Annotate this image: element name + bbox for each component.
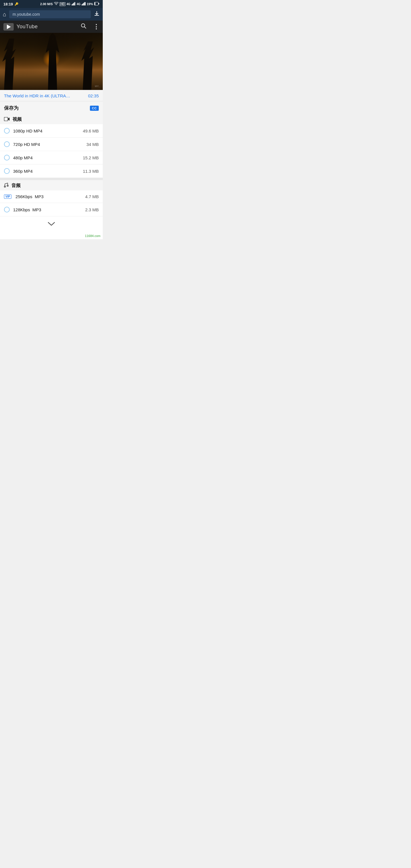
home-icon[interactable]: ⌂ (3, 11, 6, 18)
url-input[interactable] (9, 10, 91, 18)
video-section-icon (4, 117, 10, 122)
save-as-label: 保存为 (4, 105, 19, 111)
audio-formats-list: VIP 256Kbps MP3 4.7 MB 128Kbps MP3 2.3 M… (0, 190, 103, 216)
footer-watermark: 11684.com (0, 232, 103, 239)
youtube-logo[interactable] (3, 23, 14, 31)
format-item-256k[interactable]: VIP 256Kbps MP3 4.7 MB (0, 190, 103, 203)
radio-480p[interactable] (4, 155, 10, 160)
status-right: 2.00 M/S HD 4G 4G (40, 2, 99, 6)
format-item-360p[interactable]: 360p MP4 11.3 MB (0, 164, 103, 178)
svg-rect-4 (75, 2, 76, 6)
svg-rect-11 (95, 3, 96, 5)
browser-download-icon[interactable] (94, 10, 100, 18)
footer-text: 11684.com (85, 234, 100, 238)
svg-rect-6 (83, 4, 83, 6)
video-watermark: MY... (95, 85, 100, 88)
bottom-chevron-row (0, 216, 103, 232)
svg-rect-7 (83, 3, 84, 5)
status-time: 18:19 (3, 2, 13, 6)
audio-section-label: 音频 (11, 183, 21, 189)
format-item-720p[interactable]: 720p HD MP4 34 MB (0, 137, 103, 151)
audio-section-header: 音频 (0, 180, 103, 190)
save-as-row: 保存为 CC (0, 101, 103, 114)
svg-rect-8 (84, 2, 85, 6)
youtube-header: YouTube ⋮ (0, 21, 103, 33)
format-size-480p: 15.2 MB (83, 155, 99, 160)
svg-rect-0 (72, 4, 72, 5)
format-name-720p: 720p HD MP4 (13, 142, 40, 147)
youtube-search-icon[interactable] (81, 23, 87, 31)
status-left: 18:19 🔑 (3, 2, 19, 6)
radio-360p[interactable] (4, 168, 10, 174)
format-left-128k: 128Kbps MP3 (4, 207, 41, 212)
format-size-1080p: 49.6 MB (83, 128, 99, 133)
format-name-360p: 360p MP4 (13, 169, 33, 174)
format-left-480p: 480p MP4 (4, 155, 33, 160)
format-name-480p: 480p MP4 (13, 155, 33, 160)
format-left-360p: 360p MP4 (4, 168, 33, 174)
format-item-480p[interactable]: 480p MP4 15.2 MB (0, 151, 103, 164)
youtube-more-icon[interactable]: ⋮ (93, 23, 99, 31)
cc-badge[interactable]: CC (90, 106, 99, 111)
chevron-down-icon[interactable] (48, 220, 55, 228)
video-section-header: 视频 (0, 114, 103, 124)
wifi-icon (54, 2, 59, 6)
svg-rect-12 (98, 3, 99, 5)
video-title: The World in HDR in 4K (ULTRA… (4, 93, 85, 98)
radio-128k[interactable] (4, 207, 10, 212)
vip-badge: VIP (4, 194, 11, 199)
svg-rect-3 (74, 2, 75, 6)
youtube-play-icon (7, 25, 11, 29)
battery-level: 19% (87, 2, 93, 6)
video-duration: 02:35 (88, 93, 99, 98)
format-name-256k: 256Kbps MP3 (15, 194, 43, 199)
video-formats-list: 1080p HD MP4 49.6 MB 720p HD MP4 34 MB 4… (0, 124, 103, 178)
key-icon: 🔑 (14, 2, 19, 6)
format-left-256k: VIP 256Kbps MP3 (4, 194, 44, 199)
svg-rect-2 (73, 3, 74, 5)
svg-rect-5 (82, 4, 83, 5)
speed-indicator: 2.00 M/S (40, 2, 53, 6)
audio-section-icon (4, 182, 8, 189)
format-name-128k: 128Kbps MP3 (13, 207, 41, 212)
radio-720p[interactable] (4, 141, 10, 147)
svg-rect-14 (4, 117, 8, 121)
format-item-1080p[interactable]: 1080p HD MP4 49.6 MB (0, 124, 103, 137)
video-section-label: 视频 (12, 117, 22, 123)
radio-1080p[interactable] (4, 128, 10, 134)
format-size-360p: 11.3 MB (83, 169, 99, 174)
4g-1-icon: 4G (66, 3, 70, 6)
video-title-row: The World in HDR in 4K (ULTRA… 02:35 (0, 90, 103, 101)
audio-section: 音频 VIP 256Kbps MP3 4.7 MB 128Kbps MP3 2.… (0, 180, 103, 216)
status-bar: 18:19 🔑 2.00 M/S HD 4G 4G (0, 0, 103, 8)
4g-2-icon: 4G (77, 3, 81, 6)
format-size-256k: 4.7 MB (85, 194, 99, 199)
format-name-1080p: 1080p HD MP4 (13, 128, 42, 133)
hd-badge: HD (60, 2, 65, 6)
signal-bars-2 (82, 2, 86, 6)
foliage-overlay (0, 33, 103, 90)
format-left-1080p: 1080p HD MP4 (4, 128, 42, 134)
format-item-128k[interactable]: 128Kbps MP3 2.3 MB (0, 203, 103, 216)
download-panel: The World in HDR in 4K (ULTRA… 02:35 保存为… (0, 90, 103, 239)
format-size-720p: 34 MB (87, 142, 99, 147)
youtube-title: YouTube (17, 24, 77, 30)
browser-bar: ⌂ (0, 8, 103, 21)
battery-icon (94, 2, 99, 6)
format-size-128k: 2.3 MB (85, 207, 99, 212)
svg-rect-9 (85, 2, 86, 6)
format-left-720p: 720p HD MP4 (4, 141, 40, 147)
signal-bars-1 (72, 2, 76, 6)
section-divider (0, 178, 103, 180)
video-thumbnail[interactable]: MY... (0, 33, 103, 90)
svg-rect-1 (72, 4, 73, 6)
